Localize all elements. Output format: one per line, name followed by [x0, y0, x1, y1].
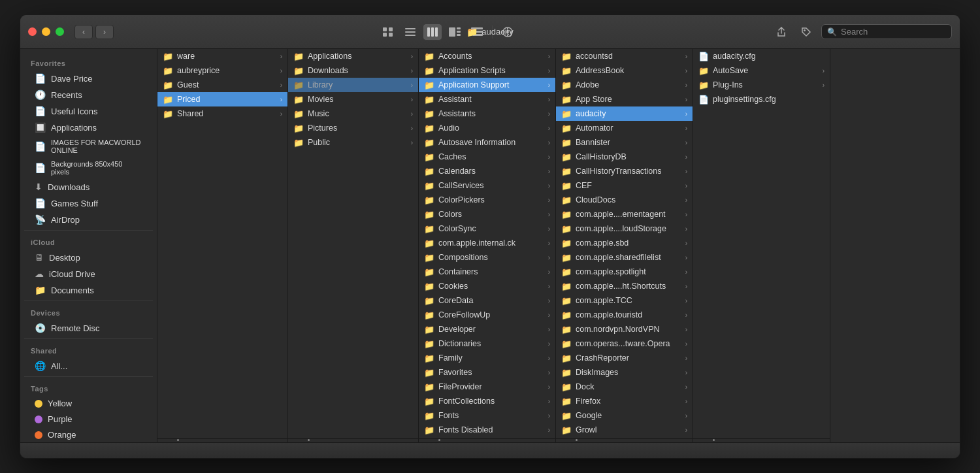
sidebar-item-documents[interactable]: 📁 Documents — [24, 282, 153, 298]
column-4-scroll[interactable]: 📁 accountsd › 📁 AddressBook › 📁 Adobe › — [556, 49, 693, 438]
col4-item-automator[interactable]: 📁 Automator › — [556, 121, 693, 135]
col3-item-autosave[interactable]: 📁 Autosave Information › — [419, 135, 555, 150]
sidebar-item-images-macworld[interactable]: 📄 IMAGES FOR MACWORLD ONLINE — [24, 136, 153, 157]
col4-item-touristd[interactable]: 📁 com.apple.touristd › — [556, 308, 693, 322]
col3-item-corefollowup[interactable]: 📁 CoreFollowUp › — [419, 308, 555, 322]
col4-item-bannister[interactable]: 📁 Bannister › — [556, 135, 693, 150]
col2-item-applications[interactable]: 📁 Applications › — [288, 49, 418, 63]
col4-item-accountsd[interactable]: 📁 accountsd › — [556, 49, 693, 63]
col3-item-app-scripts[interactable]: 📁 Application Scripts › — [419, 63, 555, 78]
col4-item-clouddocs[interactable]: 📁 CloudDocs › — [556, 193, 693, 207]
sidebar-item-tag-yellow[interactable]: Yellow — [24, 396, 153, 411]
col4-item-google[interactable]: 📁 Google › — [556, 408, 693, 423]
col4-item-dock[interactable]: 📁 Dock › — [556, 380, 693, 394]
sidebar-item-icloud-drive[interactable]: ☁ iCloud Drive — [24, 266, 153, 282]
col1-item-ware[interactable]: 📁 ware › — [157, 49, 287, 63]
col5-item-audacity-cfg[interactable]: 📄 audacity.cfg — [693, 49, 830, 63]
col2-item-downloads[interactable]: 📁 Downloads › — [288, 63, 418, 78]
col3-item-compositions[interactable]: 📁 Compositions › — [419, 250, 555, 265]
col4-item-audacity[interactable]: 📁 audacity › — [556, 106, 693, 121]
col4-item-cef[interactable]: 📁 CEF › — [556, 178, 693, 193]
col3-item-fonts[interactable]: 📁 Fonts › — [419, 408, 555, 423]
sidebar-item-all[interactable]: 🌐 All... — [24, 358, 153, 374]
col4-item-sharedfilelist[interactable]: 📁 com.apple.sharedfilelist › — [556, 250, 693, 265]
col2-item-public[interactable]: 📁 Public › — [288, 135, 418, 150]
col2-item-pictures[interactable]: 📁 Pictures › — [288, 121, 418, 135]
back-button[interactable]: ‹ — [74, 25, 93, 39]
col3-item-colorsync[interactable]: 📁 ColorSync › — [419, 221, 555, 236]
sidebar-item-dave-price[interactable]: 📄 Dave Price — [24, 71, 153, 86]
sidebar-item-tag-orange[interactable]: Orange — [24, 427, 153, 442]
col5-item-plugins[interactable]: 📁 Plug-Ins › — [693, 78, 830, 92]
forward-button[interactable]: › — [95, 25, 114, 39]
col5-item-autosave[interactable]: 📁 AutoSave › — [693, 63, 830, 78]
col3-item-developer[interactable]: 📁 Developer › — [419, 322, 555, 336]
col1-item-priced[interactable]: 📁 Priced › — [157, 92, 287, 106]
col3-item-coredata[interactable]: 📁 CoreData › — [419, 293, 555, 308]
search-input[interactable] — [841, 27, 939, 37]
col4-item-firefox[interactable]: 📁 Firefox › — [556, 394, 693, 408]
sidebar-item-tag-purple[interactable]: Purple — [24, 412, 153, 427]
col3-item-dictionaries[interactable]: 📁 Dictionaries › — [419, 336, 555, 351]
col3-item-colorpickers[interactable]: 📁 ColorPickers › — [419, 193, 555, 207]
col1-item-shared[interactable]: 📁 Shared › — [157, 106, 287, 121]
sidebar-item-downloads[interactable]: ⬇ Downloads — [24, 179, 153, 195]
col3-item-com-apple-ck[interactable]: 📁 com.apple.internal.ck › — [419, 236, 555, 250]
col4-item-spotlight[interactable]: 📁 com.apple.spotlight › — [556, 265, 693, 279]
maximize-button[interactable] — [56, 27, 64, 36]
column-2-scroll[interactable]: 📁 Applications › 📁 Downloads › 📁 Library… — [288, 49, 418, 438]
col4-item-opera[interactable]: 📁 com.operas...tware.Opera › — [556, 336, 693, 351]
col2-item-movies[interactable]: 📁 Movies › — [288, 92, 418, 106]
col4-item-sbd[interactable]: 📁 com.apple.sbd › — [556, 236, 693, 250]
col2-item-music[interactable]: 📁 Music › — [288, 106, 418, 121]
col3-item-audio[interactable]: 📁 Audio › — [419, 121, 555, 135]
share-button[interactable] — [772, 24, 791, 41]
col3-item-calendars[interactable]: 📁 Calendars › — [419, 164, 555, 178]
search-box[interactable]: 🔍 — [821, 24, 952, 39]
col3-item-fontcollections[interactable]: 📁 FontCollections › — [419, 394, 555, 408]
col3-item-app-support[interactable]: 📁 Application Support › — [419, 78, 555, 92]
col3-item-cookies[interactable]: 📁 Cookies › — [419, 279, 555, 293]
col3-item-accounts[interactable]: 📁 Accounts › — [419, 49, 555, 63]
col2-item-library[interactable]: 📁 Library › — [288, 78, 418, 92]
sidebar-item-backgrounds[interactable]: 📄 Backgrounds 850x450 pixels — [24, 157, 153, 178]
col3-item-family[interactable]: 📁 Family › — [419, 351, 555, 365]
sidebar-item-applications[interactable]: 🔲 Applications — [24, 120, 153, 135]
col4-item-loudstorage[interactable]: 📁 com.apple....loudStorage › — [556, 221, 693, 236]
col1-item-aubreyprice[interactable]: 📁 aubreyprice › — [157, 63, 287, 78]
col3-item-fileprovider[interactable]: 📁 FileProvider › — [419, 380, 555, 394]
col4-item-adobe[interactable]: 📁 Adobe › — [556, 78, 693, 92]
col3-item-assistant[interactable]: 📁 Assistant › — [419, 92, 555, 106]
col4-item-diskimages[interactable]: 📁 DiskImages › — [556, 365, 693, 380]
col3-item-fonts-disabled[interactable]: 📁 Fonts Disabled › — [419, 423, 555, 437]
column-3-scroll[interactable]: 📁 Accounts › 📁 Application Scripts › 📁 A… — [419, 49, 555, 438]
sidebar-item-remote-disc[interactable]: 💿 Remote Disc — [24, 320, 153, 336]
view-icon-column[interactable] — [423, 24, 442, 41]
col4-item-callhistorydb[interactable]: 📁 CallHistoryDB › — [556, 150, 693, 164]
col4-item-ementagent[interactable]: 📁 com.apple....ementagent › — [556, 207, 693, 221]
col4-item-shortcuts[interactable]: 📁 com.apple....ht.Shortcuts › — [556, 279, 693, 293]
col4-item-callhistorytx[interactable]: 📁 CallHistoryTransactions › — [556, 164, 693, 178]
col3-item-colors[interactable]: 📁 Colors › — [419, 207, 555, 221]
col4-item-tcc[interactable]: 📁 com.apple.TCC › — [556, 293, 693, 308]
close-button[interactable] — [28, 27, 37, 36]
view-icon-grid[interactable] — [378, 24, 398, 41]
col4-item-crashreporter[interactable]: 📁 CrashReporter › — [556, 351, 693, 365]
minimize-button[interactable] — [42, 27, 50, 36]
col4-item-addressbook[interactable]: 📁 AddressBook › — [556, 63, 693, 78]
sidebar-item-games-stuff[interactable]: 📄 Games Stuff — [24, 195, 153, 211]
tags-button[interactable] — [796, 24, 816, 41]
column-1-scroll[interactable]: 📁 ware › 📁 aubreyprice › 📁 Guest › — [157, 49, 287, 438]
col4-item-growl[interactable]: 📁 Growl › — [556, 423, 693, 437]
col3-item-containers[interactable]: 📁 Containers › — [419, 265, 555, 279]
sidebar-item-airdrop[interactable]: 📡 AirDrop — [24, 212, 153, 227]
col1-item-guest[interactable]: 📁 Guest › — [157, 78, 287, 92]
column-5-scroll[interactable]: 📄 audacity.cfg 📁 AutoSave › 📁 Plug-Ins › — [693, 49, 830, 438]
view-icon-cover[interactable] — [445, 24, 465, 41]
col5-item-pluginsettings[interactable]: 📄 pluginsettings.cfg — [693, 92, 830, 106]
col4-item-appstore[interactable]: 📁 App Store › — [556, 92, 693, 106]
sidebar-item-desktop[interactable]: 🖥 Desktop — [24, 250, 153, 265]
col3-item-assistants[interactable]: 📁 Assistants › — [419, 106, 555, 121]
sidebar-item-useful-icons[interactable]: 📄 Useful Icons — [24, 103, 153, 119]
col4-item-nordvpn[interactable]: 📁 com.nordvpn.NordVPN › — [556, 322, 693, 336]
